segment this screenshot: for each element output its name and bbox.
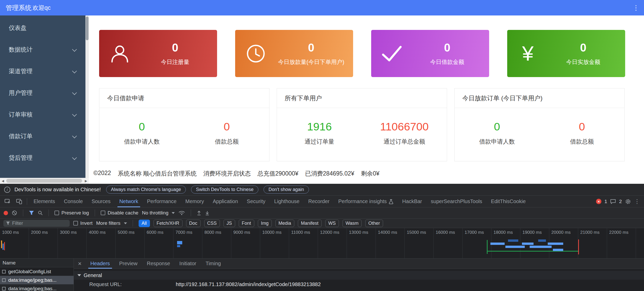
network-activity-bar <box>530 246 552 248</box>
filter-input[interactable] <box>12 220 60 226</box>
preserve-log-checkbox[interactable]: Preserve log <box>54 210 89 216</box>
tab-performance-insights[interactable]: Performance insights <box>334 196 398 207</box>
filter-type-font[interactable]: Font <box>239 220 254 227</box>
general-section-label: General <box>84 272 102 278</box>
sidebar-item-loan-orders[interactable]: 借款订单 <box>0 125 85 147</box>
filter-type-fetch-xhr[interactable]: Fetch/XHR <box>154 220 182 227</box>
scrollbar-thumb[interactable] <box>86 16 89 40</box>
tab-initiator[interactable]: Initiator <box>175 259 201 269</box>
switch-devtools-chinese-button[interactable]: Switch DevTools to Chinese <box>191 186 258 194</box>
scroll-left-arrow[interactable]: ◀ <box>0 178 6 184</box>
timeline-tick: 11000 ms <box>289 228 318 258</box>
tab-performance[interactable]: Performance <box>143 196 181 207</box>
network-activity-bar <box>487 240 488 254</box>
export-har-icon[interactable] <box>205 210 210 215</box>
request-row[interactable]: getGlobalConfigList <box>0 267 74 276</box>
disable-cache-checkbox[interactable]: Disable cache <box>101 210 138 216</box>
tab-timing[interactable]: Timing <box>201 259 225 269</box>
sidebar-item-user-mgmt[interactable]: 用户管理 <box>0 82 85 104</box>
timeline-tick: 12000 ms <box>318 228 347 258</box>
yuan-icon: ¥ <box>507 43 548 64</box>
sidebar-vertical-scrollbar[interactable] <box>85 15 89 178</box>
devtools-more-icon[interactable]: ⋮ <box>634 198 640 205</box>
inspect-element-icon[interactable] <box>2 198 13 205</box>
stat-label: 通过订单量 <box>305 138 334 146</box>
tab-sources[interactable]: Sources <box>87 196 115 207</box>
match-chrome-language-button[interactable]: Always match Chrome's language <box>106 186 186 194</box>
divider <box>27 198 27 205</box>
tab-network[interactable]: Network <box>115 196 142 207</box>
filter-box[interactable] <box>3 220 70 227</box>
filter-type-js[interactable]: JS <box>224 220 235 227</box>
general-section-header[interactable]: General <box>74 271 644 280</box>
filter-type-img[interactable]: Img <box>258 220 272 227</box>
filter-type-css[interactable]: CSS <box>204 220 220 227</box>
network-activity-bar <box>522 243 534 245</box>
dashboard-footer: ©2022 系统名称 顺心借后台管理系统 消费环境开启状态 总充值290000¥… <box>93 170 379 178</box>
tab-recorder[interactable]: Recorder <box>304 196 334 207</box>
panel-title: 今日放款订单 (今日下单用户) <box>455 88 624 108</box>
close-details-icon[interactable]: × <box>74 260 86 267</box>
scroll-right-arrow[interactable]: ▶ <box>83 178 89 184</box>
filter-type-ws[interactable]: WS <box>325 220 339 227</box>
tab-application[interactable]: Application <box>208 196 242 207</box>
dont-show-again-button[interactable]: Don't show again <box>264 186 309 194</box>
name-column-header[interactable]: Name <box>0 259 74 267</box>
filter-type-wasm[interactable]: Wasm <box>343 220 362 227</box>
stat-cards: 0 今日注册量 0 今日放款量(今日下单用户) 0 今日 <box>99 30 625 77</box>
tab-preview[interactable]: Preview <box>115 259 142 269</box>
tab-security[interactable]: Security <box>242 196 270 207</box>
error-icon[interactable]: × <box>596 199 601 204</box>
tab-lighthouse[interactable]: Lighthouse <box>270 196 304 207</box>
throttling-dropdown[interactable]: No throttling <box>142 210 175 216</box>
sidebar-item-postloan-mgmt[interactable]: 贷后管理 <box>0 147 85 169</box>
sidebar-item-data-stats[interactable]: 数据统计 <box>0 39 85 60</box>
stat-label: 借款总额 <box>570 138 594 146</box>
request-row-selected[interactable]: data:image/jpeg;bas... <box>0 276 74 284</box>
sidebar-item-order-review[interactable]: 订单审核 <box>0 104 85 125</box>
sidebar-item-dashboard[interactable]: 仪表盘 <box>0 17 85 39</box>
tab-elements[interactable]: Elements <box>29 196 59 207</box>
tab-editthiscookie[interactable]: EditThisCookie <box>487 196 530 207</box>
sidebar-item-label: 订单审核 <box>9 111 33 119</box>
tab-console[interactable]: Console <box>59 196 87 207</box>
divider <box>133 220 133 227</box>
device-toolbar-icon[interactable] <box>13 198 25 205</box>
scrollbar-thumb[interactable] <box>6 179 82 183</box>
timeline-tick: 8000 ms <box>202 228 231 258</box>
filter-type-manifest[interactable]: Manifest <box>298 220 322 227</box>
devtools-language-banner: i DevTools is now available in Chinese! … <box>0 184 644 196</box>
name-header-label: Name <box>3 260 16 266</box>
footer-system-name: 系统名称 顺心借后台管理系统 <box>118 170 196 178</box>
topbar-more-icon[interactable]: ⋮ <box>633 4 639 12</box>
filter-type-all[interactable]: All <box>139 220 150 227</box>
timeline-tick: 16000 ms <box>434 228 463 258</box>
tab-response[interactable]: Response <box>142 259 175 269</box>
summary-panels: 今日借款申请 0 借款申请人数 0 借款总额 所有下单用户 1916 <box>99 88 625 161</box>
stat-label: 借款总额 <box>215 138 239 146</box>
horizontal-scrollbar[interactable]: ◀ ▶ <box>0 178 89 184</box>
tab-headers[interactable]: Headers <box>86 259 115 269</box>
filter-type-media[interactable]: Media <box>275 220 294 227</box>
import-har-icon[interactable] <box>197 210 201 215</box>
tab-hackbar[interactable]: HackBar <box>398 196 426 207</box>
request-url-value: http://192.168.71.137:8082/admin/index/g… <box>176 281 321 287</box>
clear-network-log-icon[interactable] <box>12 210 17 216</box>
tab-memory[interactable]: Memory <box>181 196 208 207</box>
sidebar-item-channel-mgmt[interactable]: 渠道管理 <box>0 60 85 82</box>
gear-icon[interactable] <box>625 198 631 205</box>
filter-type-other[interactable]: Other <box>365 220 383 227</box>
invert-checkbox[interactable]: Invert <box>73 220 93 226</box>
request-row[interactable]: data:image/jpeg;bas... <box>0 284 74 291</box>
tab-supersearchplustools[interactable]: superSearchPlusTools <box>426 196 487 207</box>
panel-all-order-users: 所有下单用户 1916 通过订单量 11066700 通过订单总金额 <box>277 88 447 161</box>
more-filters-dropdown[interactable]: More filters <box>96 220 127 226</box>
filter-funnel-icon[interactable] <box>29 211 34 215</box>
network-conditions-wifi-icon[interactable] <box>178 210 185 215</box>
network-overview-timeline[interactable]: 1000 ms 2000 ms 3000 ms 4000 ms 5000 ms … <box>0 228 644 259</box>
filter-type-doc[interactable]: Doc <box>186 220 201 227</box>
timeline-tick: 14000 ms <box>376 228 405 258</box>
issues-bubble-icon[interactable] <box>610 199 616 204</box>
search-icon[interactable] <box>38 210 43 215</box>
record-network-log-icon[interactable] <box>4 211 8 215</box>
